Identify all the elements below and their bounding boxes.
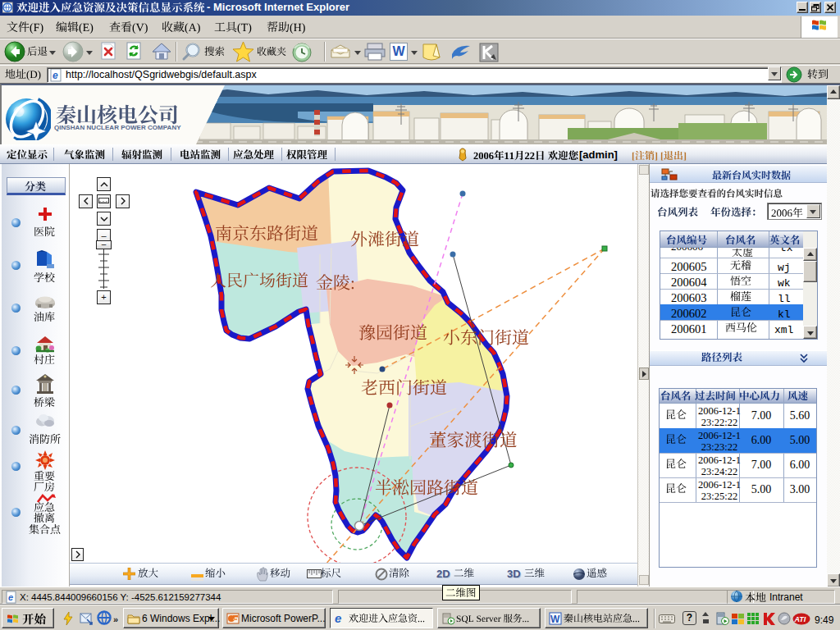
svg-text:e: e [8,592,13,602]
svg-text:ATI: ATI [794,615,806,623]
svg-text:e: e [335,612,341,625]
svg-text:e: e [52,70,58,81]
svg-text:W: W [550,614,560,625]
